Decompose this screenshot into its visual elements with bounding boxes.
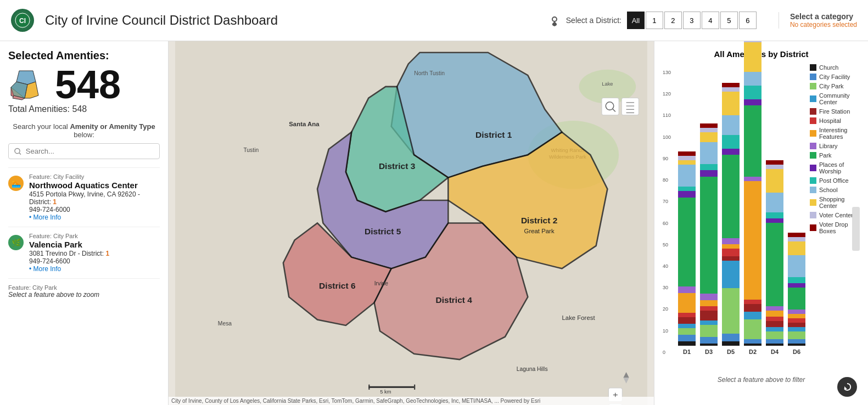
bar-segment bbox=[744, 181, 761, 300]
bar-label: D4 bbox=[771, 348, 779, 355]
district-btn-6[interactable]: 6 bbox=[739, 12, 757, 29]
bar-segment bbox=[722, 244, 740, 249]
legend-item: Community Center bbox=[810, 92, 860, 105]
legend-color bbox=[810, 212, 816, 218]
svg-rect-48 bbox=[414, 385, 415, 390]
bar-segment bbox=[766, 327, 783, 331]
bar-segment bbox=[700, 306, 718, 311]
bar-group-d1[interactable]: D1 bbox=[678, 151, 696, 355]
legend-item: City Park bbox=[810, 83, 860, 89]
bar-label: D2 bbox=[749, 348, 757, 355]
bar-segment bbox=[744, 177, 761, 181]
legend-color bbox=[810, 74, 816, 80]
district-btn-3[interactable]: 3 bbox=[683, 12, 701, 29]
bar-segment bbox=[722, 83, 740, 87]
svg-line-10 bbox=[19, 153, 21, 154]
feature-content-2: Feature: City Park Valencia Park 3081 Tr… bbox=[29, 233, 160, 273]
district-button-group: All123456 bbox=[627, 12, 757, 29]
feature-item-2: 🌿 Feature: City Park Valencia Park 3081 … bbox=[8, 227, 160, 278]
district-btn-2[interactable]: 2 bbox=[664, 12, 682, 29]
svg-text:Great Park: Great Park bbox=[524, 228, 555, 234]
bar-segment bbox=[788, 237, 805, 241]
svg-text:District 3: District 3 bbox=[379, 161, 416, 171]
district-btn-4[interactable]: 4 bbox=[702, 12, 719, 29]
feature-name-1: Northwood Aquatics Center bbox=[29, 181, 160, 190]
scroll-handle[interactable] bbox=[852, 207, 860, 251]
svg-text:Santa Ana: Santa Ana bbox=[289, 121, 320, 127]
legend-item: Park bbox=[810, 152, 860, 159]
bar-group-d4[interactable]: D4 bbox=[766, 160, 783, 355]
bar-segment bbox=[744, 319, 761, 339]
legend-label: Church bbox=[819, 64, 838, 71]
legend-label: Post Office bbox=[819, 177, 849, 184]
bar-segment bbox=[678, 313, 696, 317]
map-attribution: City of Irvine, County of Los Angeles, C… bbox=[169, 397, 654, 405]
bar-segment bbox=[678, 324, 696, 328]
bar-label: D5 bbox=[727, 348, 735, 355]
y-axis: 130 120 110 100 90 80 70 60 50 40 30 20 … bbox=[663, 70, 671, 355]
feature-item-1: 🏊 Feature: City Facility Northwood Aquat… bbox=[8, 167, 160, 227]
legend-color bbox=[810, 224, 816, 231]
left-panel: Selected Amenties: 548 Total Amenities: … bbox=[0, 41, 169, 405]
legend-color bbox=[810, 108, 816, 115]
district-btn-all[interactable]: All bbox=[627, 12, 645, 29]
feature-type-2: Feature: City Park bbox=[29, 233, 160, 239]
bar-label: D3 bbox=[705, 348, 713, 355]
feature-more-1[interactable]: • More Info bbox=[29, 213, 160, 221]
feature-more-2[interactable]: • More Info bbox=[29, 265, 160, 273]
bar-segment bbox=[678, 335, 696, 341]
bar-segment bbox=[700, 123, 718, 128]
bar-segment bbox=[788, 323, 805, 327]
map-area[interactable]: Whiting Ranch Wilderness Park Lake Distr… bbox=[169, 41, 654, 405]
svg-text:Lake: Lake bbox=[602, 81, 613, 87]
bar-segment bbox=[788, 283, 805, 288]
bar-segment bbox=[678, 151, 696, 156]
svg-rect-47 bbox=[368, 385, 369, 390]
svg-text:District 2: District 2 bbox=[521, 216, 558, 225]
svg-rect-46 bbox=[368, 386, 414, 388]
legend-color bbox=[810, 165, 816, 171]
district-btn-5[interactable]: 5 bbox=[720, 12, 738, 29]
bar-group-d2[interactable]: D2 bbox=[744, 41, 761, 355]
feature-type-3: Feature: City Park bbox=[8, 284, 160, 291]
svg-text:District 4: District 4 bbox=[435, 295, 472, 305]
legend-color bbox=[810, 95, 816, 102]
category-selector[interactable]: Select a category No categories selected bbox=[779, 12, 857, 29]
main-content: Selected Amenties: 548 Total Amenities: … bbox=[0, 41, 868, 405]
right-panel: All Amenities by District 130 120 110 10… bbox=[654, 41, 868, 405]
bar-group-d5[interactable]: D5 bbox=[722, 83, 740, 355]
district-label: Select a District: bbox=[566, 16, 621, 25]
legend-item: Places of Worship bbox=[810, 161, 860, 175]
bar-segment bbox=[766, 339, 783, 344]
bar-segment bbox=[722, 135, 740, 149]
feature-content-1: Feature: City Facility Northwood Aquatic… bbox=[29, 173, 160, 221]
page-title: City of Irvine Council District Dashboar… bbox=[45, 13, 537, 28]
reset-button[interactable] bbox=[837, 377, 857, 397]
district-btn-1[interactable]: 1 bbox=[646, 12, 663, 29]
bar-segment bbox=[700, 344, 718, 346]
legend-color bbox=[810, 64, 816, 71]
svg-point-9 bbox=[15, 148, 20, 153]
total-amenities-label: Total Amenities: 548 bbox=[8, 104, 160, 114]
legend-label: Fire Station bbox=[819, 108, 850, 115]
bar-segment bbox=[788, 318, 805, 323]
legend-item: School bbox=[810, 187, 860, 193]
bar-segment bbox=[744, 86, 761, 99]
legend-label: Hospital bbox=[819, 117, 841, 124]
bar-segment bbox=[678, 317, 696, 324]
bar-segment bbox=[700, 164, 718, 170]
legend-label: Interesting Features bbox=[819, 127, 860, 140]
bar-segment bbox=[678, 328, 696, 335]
search-input[interactable] bbox=[26, 147, 154, 155]
bar-group-d6[interactable]: D6 bbox=[788, 233, 805, 355]
bar-segment bbox=[766, 331, 783, 339]
feature-phone-2: 949-724-6600 bbox=[29, 257, 160, 265]
bar-group-d3[interactable]: D3 bbox=[700, 123, 718, 355]
legend-color bbox=[810, 177, 816, 184]
district-map-icon bbox=[8, 68, 47, 101]
search-icon bbox=[14, 148, 21, 155]
feature-content-3: Feature: City Park Select a feature abov… bbox=[8, 284, 160, 299]
bar-segment bbox=[722, 249, 740, 256]
bar-segment bbox=[678, 165, 696, 187]
search-box[interactable] bbox=[8, 143, 160, 159]
